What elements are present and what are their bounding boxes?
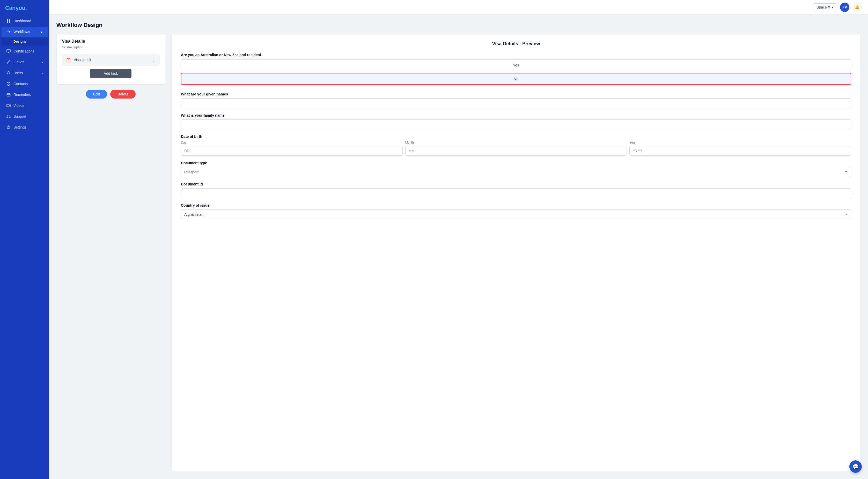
sidebar-item-label: Users (13, 71, 23, 75)
add-task-button[interactable]: Add task (90, 69, 131, 78)
video-icon (6, 103, 11, 108)
country-label: Country of issue (181, 203, 851, 207)
space-selector[interactable]: Space X ▾ (813, 3, 837, 11)
family-name-label: What is your family name (181, 113, 851, 118)
svg-rect-3 (9, 21, 10, 23)
option-no-button[interactable]: No (181, 73, 851, 85)
given-names-section: What are your given names (181, 92, 851, 108)
svg-rect-11 (9, 117, 10, 118)
sidebar-item-label: Certifications (13, 49, 34, 53)
sidebar-item-designs[interactable]: Designs (2, 37, 48, 45)
sidebar-item-label: Support (13, 114, 26, 119)
task-label: Visa check (74, 58, 91, 62)
sidebar-item-label: Reminders (13, 93, 31, 97)
svg-rect-9 (7, 104, 9, 107)
gear-icon (6, 125, 11, 130)
dob-row: Day Month Year (181, 141, 851, 156)
sidebar-item-label: Workflows (13, 30, 30, 34)
logo-dot: . (25, 5, 27, 11)
sidebar-item-dashboard[interactable]: Dashboard (2, 16, 48, 26)
sidebar-item-settings[interactable]: Settings (2, 122, 48, 132)
sidebar-item-label: Settings (13, 125, 27, 129)
sidebar: Canyou. Dashboard Workflows ▲ Designs Ce… (0, 0, 49, 479)
svg-rect-8 (7, 93, 10, 96)
grid-icon (6, 19, 11, 23)
card-actions: Edit Delete (56, 90, 165, 99)
sidebar-item-label: Contacts (13, 82, 28, 86)
resident-question-label: Are you an Australian or New Zealand res… (181, 53, 851, 57)
user-circle-icon (6, 82, 11, 86)
notifications-button[interactable]: 🔔 (852, 3, 862, 12)
certificate-icon (6, 49, 11, 54)
task-options-icon[interactable]: ⋮ (151, 57, 156, 63)
sidebar-item-label: Videos (13, 103, 25, 107)
bell-icon: 🔔 (855, 5, 860, 9)
svg-rect-10 (7, 117, 7, 118)
country-section: Country of issue Afghanistan Australia N… (181, 203, 851, 219)
pen-icon (6, 60, 11, 64)
sidebar-item-esign[interactable]: E-Sign ▾ (2, 57, 48, 67)
delete-button[interactable]: Delete (110, 90, 135, 99)
app-logo: Canyou. (0, 0, 49, 15)
dob-year-input[interactable] (629, 146, 851, 156)
dob-month-input[interactable] (405, 146, 627, 156)
chat-icon: 💬 (852, 464, 859, 470)
sidebar-item-contacts[interactable]: Contacts (2, 78, 48, 89)
svg-rect-0 (7, 19, 8, 21)
chevron-down-icon: ▾ (832, 5, 834, 9)
given-names-label: What are your given names (181, 92, 851, 96)
preview-panel: Visa Details - Preview Are you an Austra… (171, 34, 861, 472)
country-select[interactable]: Afghanistan Australia New Zealand United… (181, 210, 851, 219)
dob-day-label: Day (181, 141, 403, 144)
sidebar-item-workflows[interactable]: Workflows ▲ (2, 27, 48, 37)
chevron-up-icon: ▲ (40, 31, 43, 33)
sidebar-item-label: Dashboard (13, 19, 31, 23)
dob-year-group: Year (629, 141, 851, 156)
logo-text: Canyou (5, 5, 25, 11)
chevron-down-icon: ▾ (42, 72, 43, 74)
workflow-card: Visa Details No description. 📅 Visa chec… (56, 34, 165, 85)
doc-id-label: Document Id (181, 182, 851, 186)
dob-month-label: Month (405, 141, 627, 144)
doc-type-section: Document type Passport Driver's License … (181, 161, 851, 177)
space-name: Space X (816, 5, 830, 9)
sidebar-item-support[interactable]: Support (2, 111, 48, 122)
svg-rect-1 (9, 19, 10, 21)
option-yes-button[interactable]: Yes (181, 60, 851, 71)
task-calendar-icon: 📅 (65, 57, 71, 63)
svg-point-12 (8, 127, 9, 128)
sidebar-item-users[interactable]: Users ▾ (2, 68, 48, 78)
given-names-input[interactable] (181, 98, 851, 108)
doc-id-section: Document Id (181, 182, 851, 198)
family-name-input[interactable] (181, 120, 851, 129)
sidebar-subitem-label: Designs (13, 39, 27, 43)
sidebar-item-reminders[interactable]: Reminders (2, 90, 48, 100)
sidebar-item-certifications[interactable]: Certifications (2, 46, 48, 56)
chevron-down-icon: ▾ (42, 61, 43, 64)
doc-type-select[interactable]: Passport Driver's License National ID (181, 167, 851, 177)
dob-section: Date of birth Day Month Year (181, 134, 851, 156)
sidebar-item-videos[interactable]: Videos (2, 100, 48, 111)
edit-button[interactable]: Edit (86, 90, 107, 99)
sidebar-item-label: E-Sign (13, 60, 24, 64)
calendar-icon (6, 92, 11, 97)
resident-question-section: Are you an Australian or New Zealand res… (181, 53, 851, 87)
doc-id-input[interactable] (181, 188, 851, 198)
user-icon (6, 71, 11, 75)
avatar[interactable]: FP (840, 3, 849, 12)
workflow-card-title: Visa Details (62, 39, 160, 44)
family-name-section: What is your family name (181, 113, 851, 129)
arrow-icon (6, 30, 11, 34)
svg-rect-2 (7, 21, 8, 23)
task-item: 📅 Visa check ⋮ (62, 54, 160, 66)
headset-icon (6, 114, 11, 119)
dob-day-input[interactable] (181, 146, 403, 156)
page-title: Workflow Design (56, 22, 861, 28)
topbar: Space X ▾ FP 🔔 (49, 0, 868, 14)
workflow-card-description: No description. (62, 45, 160, 49)
chat-bubble-button[interactable]: 💬 (849, 460, 862, 473)
preview-title: Visa Details - Preview (181, 41, 851, 46)
svg-rect-4 (7, 50, 10, 52)
svg-point-5 (8, 71, 9, 73)
doc-type-label: Document type (181, 161, 851, 165)
